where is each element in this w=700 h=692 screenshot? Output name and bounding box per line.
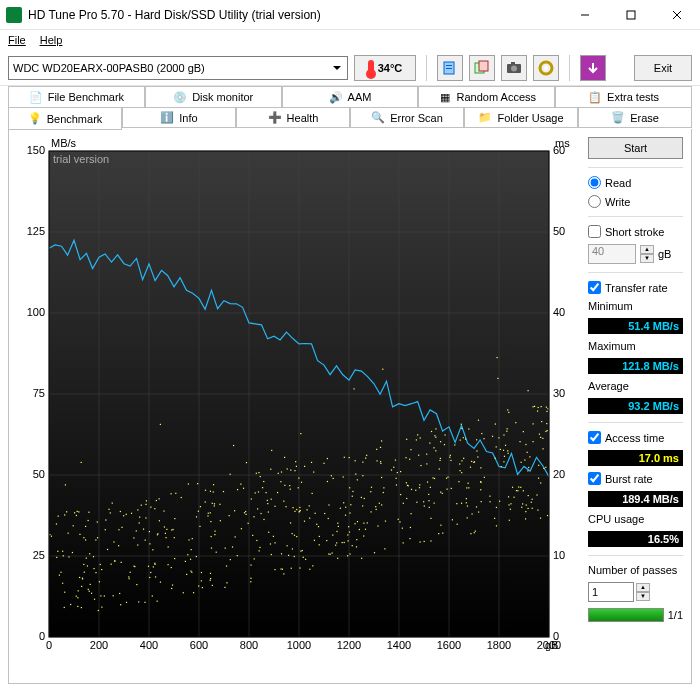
- short-stroke-checkbox[interactable]: [588, 225, 601, 238]
- start-button[interactable]: Start: [588, 137, 683, 159]
- minimize-button[interactable]: [562, 0, 608, 30]
- settings-button[interactable]: [533, 55, 559, 81]
- tab-info[interactable]: ℹ️Info: [122, 107, 236, 128]
- short-stroke-spinner[interactable]: ▲▼: [640, 245, 654, 263]
- access-time-checkbox[interactable]: [588, 431, 601, 444]
- tab-benchmark[interactable]: 💡Benchmark: [8, 107, 122, 130]
- svg-rect-378: [174, 558, 175, 559]
- svg-text:1000: 1000: [287, 639, 311, 651]
- svg-rect-64: [347, 555, 348, 556]
- svg-rect-360: [201, 580, 202, 581]
- svg-rect-479: [271, 499, 272, 500]
- svg-rect-117: [516, 490, 517, 491]
- svg-rect-273: [85, 526, 86, 527]
- passes-spinner[interactable]: ▲▼: [636, 583, 650, 601]
- burst-rate-checkbox[interactable]: [588, 472, 601, 485]
- svg-rect-196: [58, 516, 59, 517]
- svg-rect-411: [343, 502, 344, 503]
- menu-file[interactable]: File: [8, 34, 26, 46]
- screenshot-button[interactable]: [501, 55, 527, 81]
- tab-folder-usage[interactable]: 📁Folder Usage: [464, 107, 578, 128]
- save-button[interactable]: [580, 55, 606, 81]
- svg-rect-339: [172, 529, 173, 530]
- drive-select[interactable]: WDC WD20EARX-00PASB0 (2000 gB): [8, 56, 348, 80]
- svg-rect-423: [541, 421, 542, 422]
- svg-rect-79: [294, 556, 295, 557]
- maximize-button[interactable]: [608, 0, 654, 30]
- svg-rect-235: [468, 483, 469, 484]
- tab-error-scan[interactable]: 🔍Error Scan: [350, 107, 464, 128]
- svg-rect-533: [244, 512, 245, 513]
- svg-rect-318: [468, 428, 469, 429]
- tab-erase[interactable]: 🗑️Erase: [578, 107, 692, 128]
- svg-rect-376: [64, 607, 65, 608]
- svg-rect-415: [337, 558, 338, 559]
- tab-extra-tests[interactable]: 📋Extra tests: [555, 86, 692, 107]
- svg-rect-393: [391, 469, 392, 470]
- exit-button[interactable]: Exit: [634, 55, 692, 81]
- svg-text:20: 20: [553, 468, 565, 480]
- copy-info-button[interactable]: [437, 55, 463, 81]
- svg-rect-256: [196, 516, 197, 517]
- svg-rect-644: [107, 549, 108, 550]
- toolbar-separator: [426, 55, 427, 81]
- svg-rect-84: [336, 542, 337, 543]
- svg-rect-193: [295, 461, 296, 462]
- svg-rect-340: [364, 498, 365, 499]
- svg-text:1200: 1200: [337, 639, 361, 651]
- svg-rect-149: [185, 561, 186, 562]
- tab-file-benchmark[interactable]: 📄File Benchmark: [8, 86, 145, 107]
- svg-rect-357: [333, 478, 334, 479]
- svg-rect-494: [105, 529, 106, 530]
- close-button[interactable]: [654, 0, 700, 30]
- svg-rect-168: [213, 491, 214, 492]
- svg-rect-257: [214, 503, 215, 504]
- svg-rect-398: [283, 573, 284, 574]
- svg-rect-199: [174, 518, 175, 519]
- svg-rect-625: [87, 565, 88, 566]
- svg-rect-474: [428, 500, 429, 501]
- svg-rect-370: [205, 501, 206, 502]
- svg-rect-640: [56, 523, 57, 524]
- svg-rect-364: [349, 487, 350, 488]
- svg-rect-190: [357, 521, 358, 522]
- svg-rect-236: [510, 509, 511, 510]
- svg-rect-525: [274, 569, 275, 570]
- transfer-rate-checkbox[interactable]: [588, 281, 601, 294]
- svg-rect-281: [79, 577, 80, 578]
- svg-rect-418: [508, 496, 509, 497]
- tab-health[interactable]: ➕Health: [236, 107, 350, 128]
- short-stroke-input[interactable]: 40: [588, 244, 636, 264]
- passes-input[interactable]: [588, 582, 634, 602]
- svg-rect-403: [300, 567, 301, 568]
- svg-rect-580: [501, 466, 502, 467]
- svg-rect-540: [94, 599, 95, 600]
- tab-aam[interactable]: 🔊AAM: [282, 86, 419, 107]
- copy-screenshot-button[interactable]: [469, 55, 495, 81]
- svg-rect-416: [256, 540, 257, 541]
- menu-help[interactable]: Help: [40, 34, 63, 46]
- svg-rect-519: [120, 511, 121, 512]
- tab-disk-monitor[interactable]: 💿Disk monitor: [145, 86, 282, 107]
- svg-rect-570: [282, 569, 283, 570]
- speaker-icon: 🔊: [329, 90, 343, 104]
- svg-rect-230: [197, 483, 198, 484]
- svg-rect-82: [431, 431, 432, 432]
- svg-rect-421: [543, 468, 544, 469]
- svg-rect-624: [183, 592, 184, 593]
- tab-random-access[interactable]: ▦Random Access: [418, 86, 555, 107]
- svg-rect-646: [89, 591, 90, 592]
- svg-rect-287: [531, 502, 532, 503]
- svg-rect-631: [113, 595, 114, 596]
- svg-rect-648: [440, 458, 441, 459]
- write-radio[interactable]: [588, 195, 601, 208]
- svg-rect-427: [456, 503, 457, 504]
- svg-rect-626: [434, 435, 435, 436]
- svg-rect-550: [357, 479, 358, 480]
- svg-rect-619: [519, 441, 520, 442]
- svg-rect-137: [188, 483, 189, 484]
- svg-rect-241: [121, 562, 122, 563]
- svg-rect-341: [331, 552, 332, 553]
- read-radio[interactable]: [588, 176, 601, 189]
- svg-rect-250: [522, 503, 523, 504]
